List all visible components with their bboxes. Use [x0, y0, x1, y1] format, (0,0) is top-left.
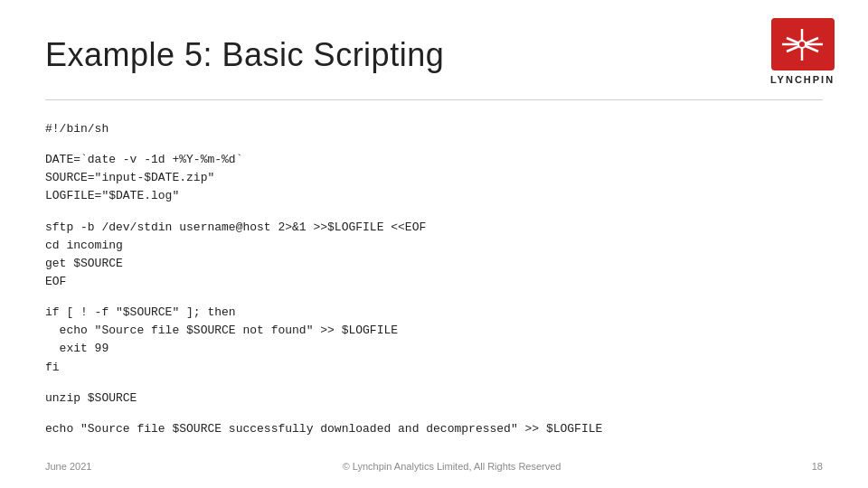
code-sftp: sftp -b /dev/stdin username@host 2>&1 >>…: [45, 219, 823, 292]
footer-date: June 2021: [45, 461, 91, 472]
code-unzip: unzip $SOURCE: [45, 389, 823, 408]
code-variables: DATE=`date -v -1d +%Y-%m-%d` SOURCE="inp…: [45, 151, 823, 205]
page-title: Example 5: Basic Scripting: [45, 36, 823, 74]
logo-icon: [778, 24, 827, 65]
logo-area: LYNCHPIN: [764, 18, 841, 85]
code-shebang: #!/bin/sh: [45, 120, 823, 138]
logo-box: [771, 18, 835, 70]
slide: LYNCHPIN Example 5: Basic Scripting #!/b…: [0, 0, 868, 488]
code-echo-final: echo "Source file $SOURCE successfully d…: [45, 420, 823, 438]
code-if: if [ ! -f "$SOURCE" ]; then echo "Source…: [45, 304, 823, 377]
svg-point-4: [798, 41, 806, 48]
footer: June 2021 © Lynchpin Analytics Limited, …: [45, 461, 823, 472]
footer-page-number: 18: [812, 461, 823, 472]
title-divider: [45, 99, 823, 100]
footer-copyright: © Lynchpin Analytics Limited, All Rights…: [91, 461, 811, 472]
code-block: #!/bin/sh DATE=`date -v -1d +%Y-%m-%d` S…: [45, 120, 823, 438]
logo-brand-label: LYNCHPIN: [764, 74, 841, 85]
